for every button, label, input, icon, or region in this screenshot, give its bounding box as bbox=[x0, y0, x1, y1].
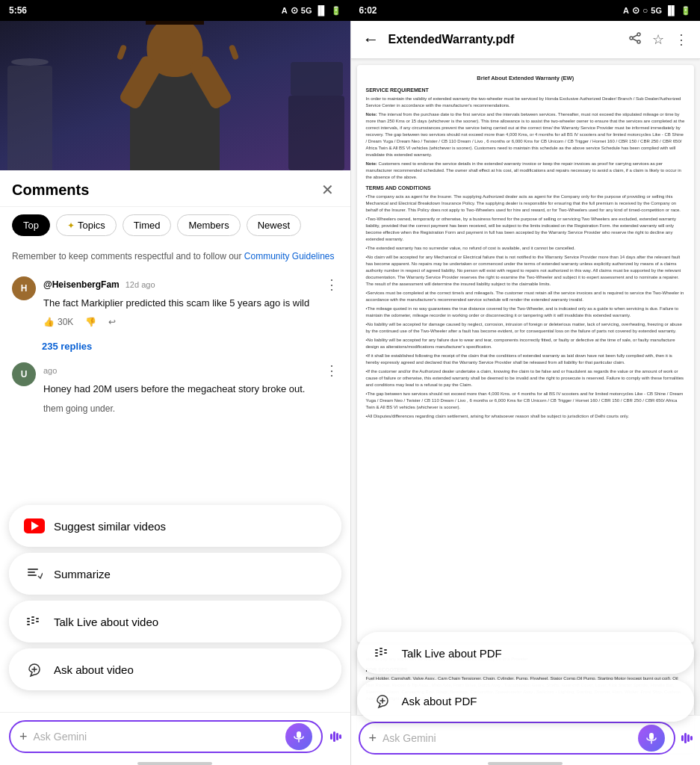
pdf-tc-12: •All Disputes/differences regarding clai… bbox=[366, 413, 686, 420]
bar-4 bbox=[339, 734, 341, 739]
svg-rect-19 bbox=[375, 652, 378, 654]
right-signal-a: A bbox=[623, 6, 629, 15]
filter-members[interactable]: Members bbox=[177, 214, 240, 236]
bar-2 bbox=[333, 731, 335, 742]
topics-sparkle-icon: ✦ bbox=[67, 220, 75, 231]
pdf-tc-6: •The mileage quoted in no way guarantees… bbox=[366, 306, 686, 319]
left-time: 5:56 bbox=[9, 5, 27, 16]
comment-text-2b: them going under. bbox=[43, 402, 338, 415]
comment-more-menu-2[interactable]: ⋮ bbox=[325, 362, 338, 379]
svg-rect-20 bbox=[375, 655, 378, 657]
pdf-more-icon[interactable]: ⋮ bbox=[675, 31, 688, 48]
svg-rect-0 bbox=[28, 569, 38, 570]
bar-r4 bbox=[690, 736, 693, 740]
comment-body-2: ago ⋮ Honey had 20M users before the meg… bbox=[43, 362, 338, 422]
pdf-back-button[interactable]: ← bbox=[363, 30, 380, 49]
summarize-card[interactable]: Summarize bbox=[9, 553, 341, 595]
svg-rect-10 bbox=[36, 621, 39, 622]
comments-header: Comments ✕ bbox=[0, 170, 350, 207]
svg-rect-23 bbox=[380, 654, 382, 655]
pdf-title: ExtendedWarranty.pdf bbox=[388, 33, 620, 46]
ask-about-video-card[interactable]: Ask about video bbox=[9, 648, 341, 690]
comment-more-menu-1[interactable]: ⋮ bbox=[325, 276, 338, 293]
gemini-input-left[interactable]: + Ask Gemini bbox=[9, 720, 323, 753]
suggest-similar-card[interactable]: Suggest similar videos bbox=[9, 505, 341, 547]
thumb-up-icon: 👍 bbox=[43, 317, 55, 327]
pdf-star-icon[interactable]: ☆ bbox=[652, 31, 664, 48]
ask-about-pdf-label: Ask about PDF bbox=[402, 695, 477, 707]
pdf-bottom-bar: + Ask Gemini bbox=[351, 715, 701, 765]
talk-live-video-icon bbox=[24, 611, 45, 632]
community-note: Remember to keep comments respectful and… bbox=[0, 244, 350, 269]
left-signal-a: A bbox=[282, 6, 288, 15]
ask-about-video-label: Ask about video bbox=[54, 663, 134, 676]
community-guidelines-link[interactable]: Community Guidelines bbox=[244, 251, 335, 261]
pdf-toolbar: ← ExtendedWarranty.pdf ☆ ⋮ bbox=[351, 21, 701, 59]
right-status-icons: A ⊙ ○ 5G ▐▌ 🔋 bbox=[623, 5, 691, 16]
comment-like-btn-1[interactable]: 👍 30K bbox=[43, 317, 73, 327]
pdf-page-upper: Brief About Extended Warranty (EW) SERVI… bbox=[357, 65, 695, 642]
gemini-input-right[interactable]: + Ask Gemini bbox=[359, 722, 676, 755]
talk-live-video-card[interactable]: Talk Live about video bbox=[9, 601, 341, 642]
pdf-tc-11: •The gap between two services should not… bbox=[366, 391, 686, 411]
suggest-similar-label: Suggest similar videos bbox=[54, 520, 166, 533]
svg-point-15 bbox=[637, 40, 640, 43]
youtube-logo-icon bbox=[24, 518, 45, 533]
gemini-bars-right[interactable] bbox=[681, 733, 693, 743]
pdf-share-icon[interactable] bbox=[628, 31, 642, 49]
ask-about-video-icon bbox=[24, 659, 45, 680]
gemini-placeholder-left: Ask Gemini bbox=[34, 731, 279, 743]
svg-rect-11 bbox=[297, 731, 301, 738]
talk-live-pdf-card[interactable]: Talk Live about PDF bbox=[357, 632, 695, 674]
home-indicator-right bbox=[488, 762, 563, 765]
ask-about-pdf-card[interactable]: Ask about PDF bbox=[357, 680, 695, 722]
summarize-label: Summarize bbox=[54, 568, 111, 580]
right-battery: 🔋 bbox=[681, 6, 691, 16]
gemini-mic-left[interactable] bbox=[285, 723, 312, 750]
left-status-bar: 5:56 A ⊙ 5G ▐▌ 🔋 bbox=[0, 0, 350, 21]
add-icon-left[interactable]: + bbox=[19, 729, 28, 745]
comment-time-1: 12d ago bbox=[126, 280, 155, 289]
community-note-text: Remember to keep comments respectful and… bbox=[12, 251, 244, 261]
svg-rect-2 bbox=[28, 574, 37, 576]
pdf-tc-7: •No liability will be accepted for damag… bbox=[366, 321, 686, 335]
svg-rect-18 bbox=[375, 649, 378, 651]
svg-rect-24 bbox=[384, 649, 387, 651]
bar-r3 bbox=[687, 734, 690, 742]
svg-point-13 bbox=[637, 33, 640, 36]
close-button[interactable]: ✕ bbox=[318, 179, 338, 200]
youtube-play-icon bbox=[31, 521, 39, 530]
video-person bbox=[0, 21, 350, 170]
left-signal-bars: ▐▌ bbox=[315, 5, 327, 16]
comment-author-row-2: ago ⋮ bbox=[43, 362, 338, 379]
right-panel-pdf: ← ExtendedWarranty.pdf ☆ ⋮ bbox=[350, 21, 701, 765]
filter-newest[interactable]: Newest bbox=[247, 214, 301, 236]
comments-title: Comments bbox=[12, 182, 89, 199]
video-thumbnail[interactable] bbox=[0, 21, 350, 170]
svg-rect-25 bbox=[384, 652, 387, 654]
replies-button-1[interactable]: 235 replies bbox=[0, 335, 350, 355]
pdf-tc-4: •No claim will be accepted for any Mecha… bbox=[366, 254, 686, 288]
bar-r1 bbox=[681, 735, 684, 741]
left-record-icon: ⊙ bbox=[291, 5, 298, 16]
pdf-tc-1: •The company acts as agent for the Insur… bbox=[366, 193, 686, 214]
ask-about-pdf-icon bbox=[372, 690, 393, 711]
gemini-placeholder-right: Ask Gemini bbox=[382, 732, 632, 744]
comment-text-1: The fact Markiplier predicted this scam … bbox=[43, 296, 338, 311]
comment-dislike-btn-1[interactable]: 👎 bbox=[85, 317, 96, 327]
svg-rect-7 bbox=[31, 619, 34, 621]
pdf-note-2: Note: Customers need to endorse the serv… bbox=[366, 161, 686, 181]
bar-r2 bbox=[684, 733, 687, 743]
filter-top[interactable]: Top bbox=[12, 214, 50, 236]
left-status-icons: A ⊙ 5G ▐▌ 🔋 bbox=[282, 5, 341, 16]
filter-topics[interactable]: ✦ Topics bbox=[56, 214, 117, 236]
svg-line-16 bbox=[633, 35, 637, 37]
pdf-tc-3: •The extended warranty has no surrender … bbox=[366, 245, 686, 252]
gemini-bars-left[interactable] bbox=[330, 731, 341, 742]
add-icon-right[interactable]: + bbox=[369, 731, 377, 746]
filter-timed[interactable]: Timed bbox=[123, 214, 172, 236]
comment-reply-icon-1[interactable]: ↩ bbox=[108, 317, 116, 327]
gemini-mic-right[interactable] bbox=[638, 725, 665, 752]
svg-rect-6 bbox=[31, 616, 34, 618]
svg-rect-4 bbox=[27, 621, 30, 622]
